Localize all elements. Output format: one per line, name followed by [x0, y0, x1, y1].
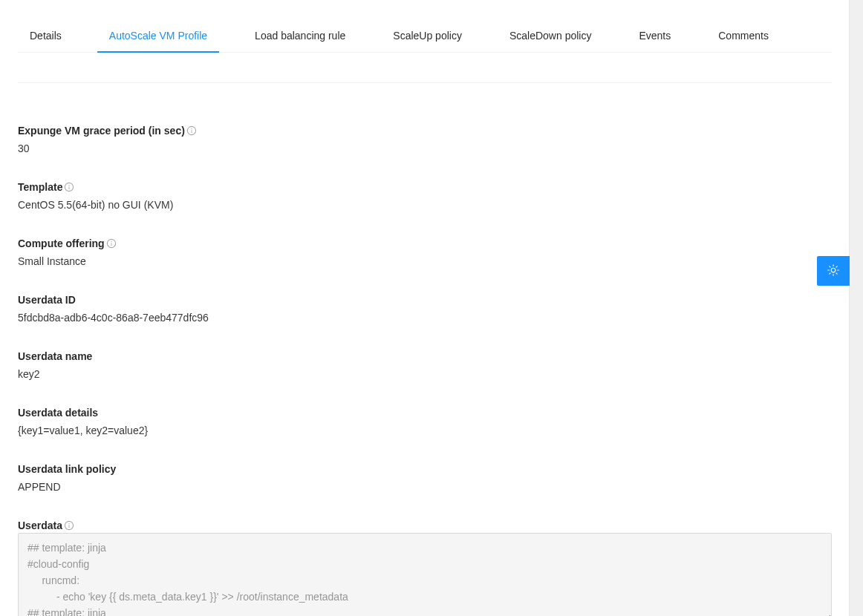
field-userdata-link-policy: Userdata link policy APPEND	[18, 462, 832, 494]
field-userdata-name: Userdata name key2	[18, 349, 832, 381]
field-value: CentOS 5.5(64-bit) no GUI (KVM)	[18, 197, 832, 212]
gear-icon	[827, 263, 840, 279]
label-text: Userdata name	[18, 349, 92, 364]
field-label: Expunge VM grace period (in sec)	[18, 123, 832, 138]
profile-fields: Expunge VM grace period (in sec) 30 Temp…	[18, 123, 832, 616]
page-scrollbar-track	[850, 0, 863, 616]
field-expunge-grace-period: Expunge VM grace period (in sec) 30	[18, 123, 832, 156]
field-label: Userdata name	[18, 349, 832, 364]
field-label: Compute offering	[18, 236, 832, 251]
field-label: Userdata	[18, 518, 832, 533]
label-text: Compute offering	[18, 236, 105, 251]
info-icon[interactable]	[106, 238, 117, 249]
tab-label: Load balancing rule	[255, 30, 345, 42]
tab-label: Comments	[718, 30, 769, 42]
tabs-bar: Details AutoScale VM Profile Load balanc…	[18, 21, 832, 53]
field-value: APPEND	[18, 479, 832, 494]
tab-label: ScaleUp policy	[393, 30, 462, 42]
info-icon[interactable]	[64, 520, 74, 531]
tab-comments[interactable]: Comments	[706, 21, 781, 52]
field-value: 30	[18, 141, 832, 156]
tab-scaledown-policy[interactable]: ScaleDown policy	[498, 21, 604, 52]
tab-scaleup-policy[interactable]: ScaleUp policy	[381, 21, 474, 52]
main-scroll-area[interactable]: Details AutoScale VM Profile Load balanc…	[0, 0, 850, 616]
field-userdata-id: Userdata ID 5fdcbd8a-adb6-4c0c-86a8-7eeb…	[18, 292, 832, 325]
tab-label: ScaleDown policy	[509, 30, 592, 42]
field-template: Template CentOS 5.5(64-bit) no GUI (KVM)	[18, 180, 832, 212]
field-value: Small Instance	[18, 254, 832, 269]
tab-autoscale-vm-profile[interactable]: AutoScale VM Profile	[97, 21, 219, 52]
info-icon[interactable]	[186, 125, 197, 136]
tab-label: Details	[30, 30, 62, 42]
field-value: 5fdcbd8a-adb6-4c0c-86a8-7eeb477dfc96	[18, 310, 832, 325]
tab-details[interactable]: Details	[18, 21, 74, 52]
field-userdata: Userdata	[18, 518, 832, 616]
tab-label: Events	[639, 30, 671, 42]
label-text: Expunge VM grace period (in sec)	[18, 123, 185, 138]
panel-right-border	[849, 0, 850, 616]
field-compute-offering: Compute offering Small Instance	[18, 236, 832, 269]
field-userdata-details: Userdata details {key1=value1, key2=valu…	[18, 405, 832, 438]
userdata-textarea[interactable]	[18, 533, 832, 616]
field-label: Template	[18, 180, 832, 194]
tab-load-balancing-rule[interactable]: Load balancing rule	[243, 21, 357, 52]
label-text: Userdata	[18, 518, 62, 533]
label-text: Userdata link policy	[18, 462, 116, 476]
content-area: Details AutoScale VM Profile Load balanc…	[0, 21, 850, 616]
svg-point-0	[831, 268, 836, 272]
field-label: Userdata link policy	[18, 462, 832, 476]
field-value: key2	[18, 367, 832, 381]
info-icon[interactable]	[64, 182, 74, 192]
label-text: Userdata details	[18, 405, 98, 420]
field-value: {key1=value1, key2=value2}	[18, 423, 832, 438]
field-label: Userdata details	[18, 405, 832, 420]
field-label: Userdata ID	[18, 292, 832, 307]
tab-label: AutoScale VM Profile	[109, 30, 207, 42]
label-text: Userdata ID	[18, 292, 76, 307]
tab-events[interactable]: Events	[627, 21, 683, 52]
section-divider	[18, 82, 832, 83]
settings-fab-button[interactable]	[817, 256, 850, 286]
label-text: Template	[18, 180, 62, 194]
